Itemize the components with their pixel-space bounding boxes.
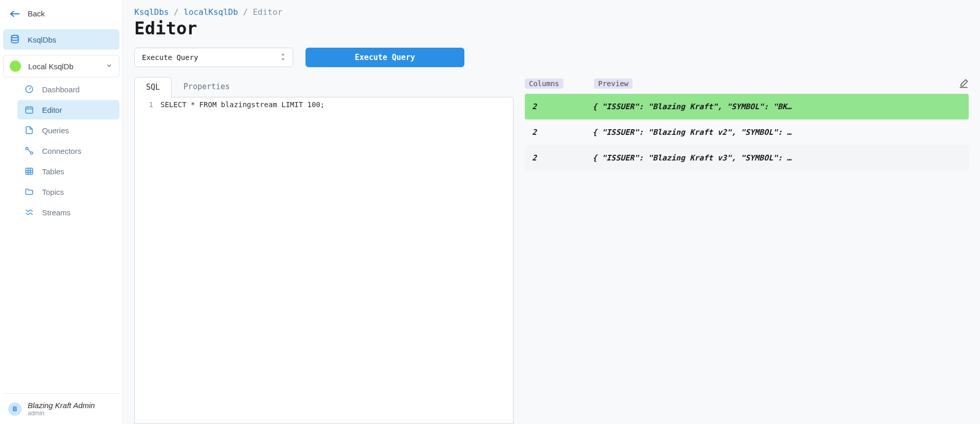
user-name: Blazing Kraft Admin	[28, 401, 95, 410]
sql-editor[interactable]: 1 SELECT * FROM blazingstream LIMIT 100;	[134, 97, 514, 424]
result-row[interactable]: 2 { "ISSUER": "Blazing Kraft v2", "SYMBO…	[525, 119, 969, 145]
result-col-count: 2	[532, 128, 593, 137]
code-text: SELECT * FROM blazingstream LIMIT 100;	[160, 100, 324, 109]
sidebar-item-label: Dashboard	[42, 85, 79, 94]
table-icon	[24, 167, 35, 176]
sidebar-item-label: Queries	[42, 126, 69, 135]
user-role: admin	[28, 410, 95, 417]
sidebar-footer: B Blazing Kraft Admin admin	[3, 393, 119, 420]
workspace: SQL Properties 1 SELECT * FROM blazingst…	[134, 76, 969, 424]
sidebar-item-label: Streams	[42, 208, 71, 217]
result-col-count: 2	[532, 102, 593, 111]
columns-badge[interactable]: Columns	[525, 78, 563, 89]
line-number: 1	[135, 100, 160, 109]
sidebar-item-label: Tables	[42, 167, 64, 176]
editor-column: SQL Properties 1 SELECT * FROM blazingst…	[134, 76, 514, 424]
breadcrumb-link-ksqldbs[interactable]: KsqlDbs	[134, 7, 169, 17]
status-dot-icon	[10, 60, 21, 72]
code-line: 1 SELECT * FROM blazingstream LIMIT 100;	[135, 97, 513, 109]
sidebar-item-connectors[interactable]: Connectors	[17, 141, 119, 160]
sidebar-item-label: Editor	[42, 106, 62, 114]
sidebar-item-editor[interactable]: Editor	[17, 100, 119, 119]
tab-properties[interactable]: Properties	[172, 76, 241, 97]
back-label: Back	[28, 9, 45, 18]
sidebar-item-streams[interactable]: Streams	[17, 203, 119, 222]
sidebar-item-queries[interactable]: Queries	[17, 120, 119, 140]
execute-query-button[interactable]: Execute Query	[305, 48, 464, 67]
sidebar-connection-label: Local KsqlDb	[28, 62, 73, 71]
database-icon	[9, 34, 21, 45]
gauge-icon	[24, 85, 35, 94]
results-header: Columns Preview	[525, 76, 969, 94]
result-rows: 2 { "ISSUER": "Blazing Kraft", "SYMBOL":…	[525, 94, 969, 171]
result-row[interactable]: 2 { "ISSUER": "Blazing Kraft v3", "SYMBO…	[525, 145, 969, 171]
sidebar-item-topics[interactable]: Topics	[17, 182, 119, 201]
query-type-select[interactable]: Execute Query	[134, 48, 293, 67]
preview-badge[interactable]: Preview	[594, 78, 632, 89]
breadcrumb-current: Editor	[253, 7, 282, 17]
result-preview: { "ISSUER": "Blazing Kraft", "SYMBOL": "…	[593, 102, 962, 111]
sidebar-item-tables[interactable]: Tables	[17, 161, 119, 181]
folder-icon	[24, 187, 35, 196]
breadcrumb-link-localksqldb[interactable]: localKsqlDb	[183, 7, 238, 17]
clear-results-icon[interactable]	[958, 78, 969, 89]
back-arrow-icon	[9, 10, 21, 17]
svg-rect-3	[26, 107, 33, 113]
result-row[interactable]: 2 { "ISSUER": "Blazing Kraft", "SYMBOL":…	[525, 94, 969, 119]
result-col-count: 2	[532, 153, 593, 163]
sidebar-item-dashboard[interactable]: Dashboard	[17, 79, 119, 99]
back-button[interactable]: Back	[3, 4, 119, 23]
sidebar-item-label: Topics	[42, 188, 64, 196]
query-type-value: Execute Query	[142, 53, 198, 62]
connector-icon	[24, 146, 35, 155]
breadcrumb: KsqlDbs / localKsqlDb / Editor	[134, 7, 969, 17]
sidebar-group-ksqldbs[interactable]: KsqlDbs	[3, 29, 119, 50]
chevron-down-icon	[106, 62, 113, 71]
svg-rect-9	[26, 168, 33, 174]
sidebar-item-label: Connectors	[42, 147, 81, 155]
file-sql-icon	[24, 126, 35, 135]
action-row: Execute Query Execute Query	[134, 48, 969, 67]
tab-sql[interactable]: SQL	[134, 77, 172, 97]
sidebar-subnav: Dashboard Editor Queries Connectors Tabl…	[3, 79, 119, 222]
result-preview: { "ISSUER": "Blazing Kraft v2", "SYMBOL"…	[593, 128, 962, 137]
svg-point-1	[11, 35, 18, 38]
stream-icon	[24, 208, 35, 217]
select-caret-icon	[280, 53, 285, 62]
page-title: Editor	[134, 18, 969, 38]
calendar-icon	[24, 105, 35, 114]
editor-tabs: SQL Properties	[134, 76, 514, 97]
result-preview: { "ISSUER": "Blazing Kraft v3", "SYMBOL"…	[593, 153, 962, 163]
sidebar: Back KsqlDbs Local KsqlDb Dashboard Edit…	[0, 0, 123, 424]
main-content: KsqlDbs / localKsqlDb / Editor Editor Ex…	[123, 0, 980, 424]
results-column: Columns Preview 2 { "ISSUER": "Blazing K…	[525, 76, 969, 424]
user-block: Blazing Kraft Admin admin	[28, 401, 95, 417]
sidebar-group-label: KsqlDbs	[28, 35, 56, 44]
avatar[interactable]: B	[8, 402, 22, 416]
sidebar-connection[interactable]: Local KsqlDb	[3, 55, 119, 77]
